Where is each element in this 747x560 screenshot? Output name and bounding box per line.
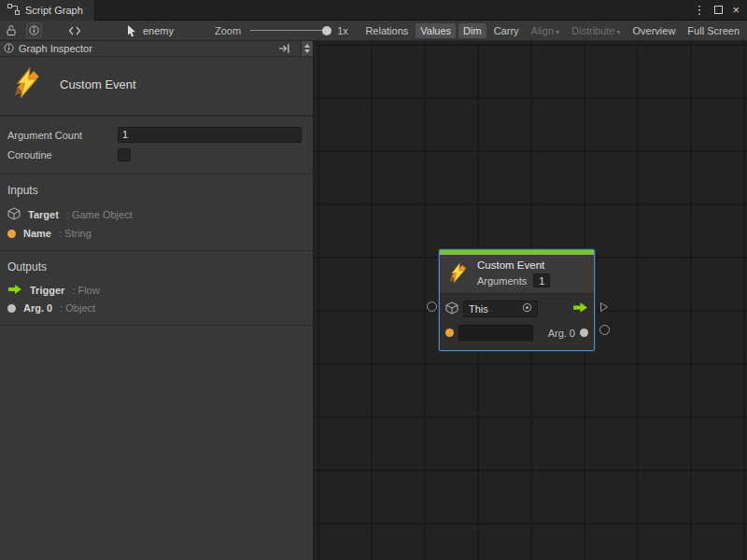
tab-script-graph[interactable]: Script Graph [0, 0, 95, 21]
close-icon[interactable]: × [732, 0, 740, 21]
node-row-target: This [445, 300, 588, 317]
object-picker-icon[interactable] [522, 302, 532, 315]
dim-button[interactable]: Dim [458, 23, 486, 38]
port-row-trigger: Trigger : Flow [0, 281, 313, 300]
argument-count-row: Argument Count 1 [0, 125, 313, 145]
dock-panel-icon[interactable] [278, 43, 290, 54]
chevron-down-icon: ▾ [556, 28, 559, 36]
panel-stepper[interactable] [301, 41, 313, 56]
chevron-down-icon: ▾ [617, 28, 621, 36]
gameobject-cube-icon [445, 301, 458, 316]
maximize-icon[interactable] [714, 6, 723, 14]
distribute-button[interactable]: Distribute▾ [567, 23, 625, 38]
relations-button[interactable]: Relations [360, 23, 413, 38]
outputs-header: Outputs [0, 256, 313, 281]
arg0-label: Arg. 0 [548, 328, 575, 339]
object-port-icon [7, 304, 16, 313]
port-row-arg0: Arg. 0 : Object [0, 300, 313, 316]
node-header[interactable]: Custom Event Arguments 1 [440, 255, 594, 293]
target-port-connector[interactable] [427, 301, 437, 312]
argument-count-label: Argument Count [7, 130, 118, 141]
graph-canvas[interactable]: Custom Event Arguments 1 This [314, 41, 747, 560]
carry-button[interactable]: Carry [489, 23, 524, 38]
graph-inspector-panel: Graph Inspector Custom Event Argument Co… [0, 41, 314, 560]
outputs-section: Outputs Trigger : Flow Arg. 0 : Object [0, 251, 313, 326]
custom-event-icon [447, 262, 469, 286]
unit-fields: Argument Count 1 Coroutine [0, 117, 313, 175]
arg0-port-connector[interactable] [599, 325, 610, 335]
values-button[interactable]: Values [416, 23, 456, 38]
graph-info-toggle[interactable] [26, 22, 42, 38]
inspector-title: Graph Inspector [19, 43, 92, 54]
tab-title: Script Graph [25, 5, 83, 16]
port-row-name: Name : String [0, 225, 313, 242]
coroutine-checkbox[interactable] [118, 148, 131, 161]
window-menu-icon[interactable]: ⋮ [693, 0, 705, 21]
script-graph-icon [7, 4, 20, 17]
window-titlebar: Script Graph ⋮ × [0, 0, 747, 21]
coroutine-row: Coroutine [0, 145, 313, 164]
inputs-header: Inputs [0, 179, 313, 204]
zoom-slider[interactable] [250, 30, 330, 31]
port-row-target: Target : Game Object [0, 204, 313, 225]
gameobject-cube-icon [7, 207, 21, 222]
code-icon[interactable] [68, 25, 81, 36]
node-arguments-value: 1 [533, 273, 550, 287]
inspector-header: Graph Inspector [0, 41, 313, 57]
coroutine-label: Coroutine [7, 149, 118, 161]
custom-event-node[interactable]: Custom Event Arguments 1 This [439, 249, 595, 351]
selected-unit-header: Custom Event [0, 57, 313, 117]
node-arguments-label: Arguments [477, 275, 527, 287]
string-port-icon[interactable] [445, 329, 454, 337]
unit-title: Custom Event [60, 77, 136, 91]
step-down-icon[interactable] [304, 49, 310, 53]
node-row-name: Arg. 0 [445, 324, 588, 342]
target-object-dropdown[interactable]: This [463, 301, 538, 317]
flow-arrow-icon [7, 284, 22, 297]
string-port-icon [7, 230, 16, 238]
custom-event-icon [11, 67, 43, 101]
full-screen-button[interactable]: Full Screen [683, 23, 744, 38]
align-button[interactable]: Align▾ [527, 23, 564, 38]
trigger-port-connector[interactable] [599, 301, 609, 315]
graph-name-label[interactable]: enemy [143, 25, 174, 36]
zoom-label: Zoom [215, 25, 241, 36]
node-title: Custom Event [477, 259, 550, 271]
object-port-icon[interactable] [580, 329, 588, 337]
inputs-section: Inputs Target : Game Object Name : Strin… [0, 175, 313, 251]
graph-toolbar: enemy Zoom 1x Relations Values Dim Carry… [0, 21, 747, 41]
zoom-slider-handle[interactable] [322, 26, 331, 35]
lock-icon[interactable] [6, 24, 17, 36]
argument-count-input[interactable]: 1 [118, 127, 302, 143]
node-body: This Arg. 0 [440, 293, 594, 350]
zoom-value: 1x [337, 25, 348, 36]
overview-button[interactable]: Overview [628, 23, 681, 38]
trigger-flow-icon[interactable] [572, 301, 588, 315]
info-icon [4, 43, 14, 55]
step-up-icon[interactable] [304, 44, 310, 48]
event-name-input[interactable] [458, 325, 533, 341]
cursor-icon [126, 24, 137, 37]
